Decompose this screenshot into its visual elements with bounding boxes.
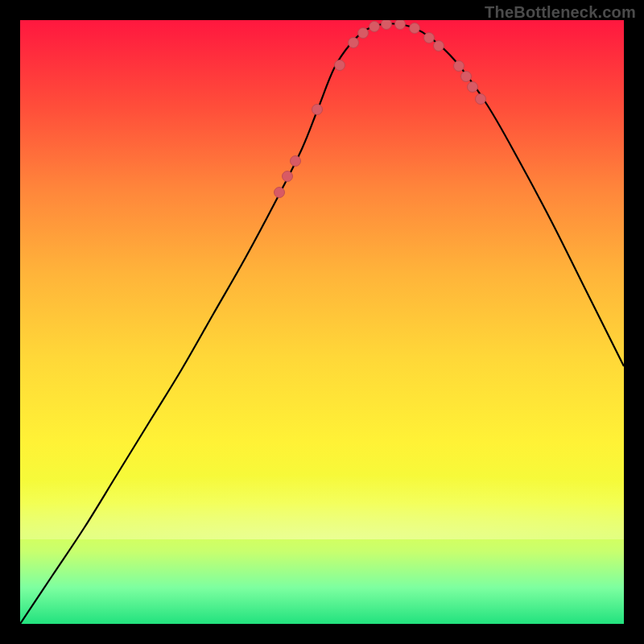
chart-container: TheBottleneck.com (0, 0, 644, 644)
plot-gradient-background (20, 20, 624, 624)
watermark-text: TheBottleneck.com (485, 3, 636, 22)
